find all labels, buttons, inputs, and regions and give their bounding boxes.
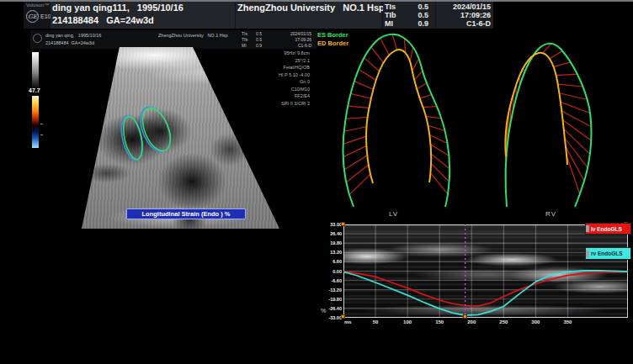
probe-id: C1-6-D: [436, 19, 493, 28]
ti-row: TIs0.5: [240, 31, 263, 37]
colorbar-tick: [40, 135, 43, 135]
ultrasound-workstation-screen: Voluson™ GE E10 ding yan qing111, 1995/1…: [0, 0, 633, 364]
lv-strain-spokes: [343, 34, 449, 195]
exam-datetime: 2024/01/15 17:09:26 C1-6-D: [436, 2, 493, 29]
y-tick-label: -19.80: [320, 297, 342, 302]
mini-ti-indices: TIs0.5TIb0.5MI0.9: [240, 31, 263, 49]
strain-mode-label: Longitudinal Strain (Endo ) %: [126, 208, 246, 219]
y-tick-label: 33.00: [320, 222, 342, 227]
imaging-parameter: HI P 5.10 -4.00: [219, 71, 310, 79]
mini-hospital-name: ZhengZhou University NO.1 Hsp: [158, 32, 228, 39]
exam-time: 17:09:26: [436, 11, 493, 19]
strain-curves-svg: [343, 224, 628, 318]
mini-exam-date: 2024/01/15: [276, 31, 311, 37]
x-tick-label: 300: [527, 319, 544, 324]
mini-exam-time: 17:09:26: [276, 37, 311, 43]
ultrasound-mini-header: ding yan qing, 1995/10/16 214188484 GA=2…: [30, 30, 316, 49]
y-tick-label: 6.60: [320, 259, 342, 264]
imaging-parameter: 25°/2.1: [219, 57, 310, 65]
y-tick-label: 0.00: [320, 269, 342, 274]
x-tick-label: 200: [463, 319, 480, 324]
imaging-parameter: 95Hz/ 9.8cm: [219, 50, 310, 57]
lv-border-diagram: [335, 30, 465, 208]
legend-lv-label: lv EndoGLS: [591, 226, 622, 232]
ti-row: TIb0.5: [383, 11, 435, 19]
y-tick-label: 26.40: [320, 231, 342, 236]
exam-date: 2024/01/15: [436, 3, 493, 11]
hospital-name: ZhengZhou University NO.1 Hsp: [236, 2, 381, 29]
y-tick-label: -33.00: [320, 315, 342, 320]
mini-ge-logo-icon: [33, 34, 42, 43]
patient-info: ding yan qing111, 1995/10/16 214188484 G…: [51, 2, 235, 29]
ti-row: MI0.9: [383, 19, 435, 28]
legend-rv-label: rv EndoGLS: [591, 251, 623, 256]
legend-tab-icon: [586, 225, 589, 232]
x-axis-labels: ms 50100150200250300350: [343, 319, 628, 328]
strain-plot-area[interactable]: [343, 224, 628, 318]
patient-name-dob: ding yan qing111, 1995/10/16: [51, 2, 235, 14]
strain-colormap-bar: [32, 96, 39, 148]
y-tick-label: 19.80: [320, 240, 342, 245]
hospital-text: ZhengZhou University NO.1 Hsp: [236, 2, 381, 14]
legend-lv-endogls[interactable]: lv EndoGLS: [585, 223, 631, 235]
x-axis-unit: ms: [344, 319, 352, 324]
imaging-parameter: Fetal/HQ/OB: [219, 64, 310, 71]
rv-ed-border-path: [505, 53, 567, 165]
rv-strain-spokes: [505, 44, 591, 194]
ti-indices: TIs0.5TIb0.5MI0.9: [383, 2, 435, 29]
roi-handle-top-left[interactable]: [341, 222, 345, 226]
x-tick-label: 250: [495, 319, 512, 324]
rv-border-diagram: [478, 30, 609, 208]
gain-value: 47.7: [29, 87, 40, 93]
imaging-parameters: 95Hz/ 9.8cm25°/2.1Fetal/HQ/OBHI P 5.10 -…: [219, 50, 310, 107]
imaging-parameter: C10/M10: [219, 86, 310, 93]
mini-probe-id: C1-6-D: [276, 43, 311, 49]
lv-es-border-path: [343, 34, 450, 207]
x-tick-label: 100: [399, 319, 416, 324]
roi-handle-bottom-left[interactable]: [341, 314, 345, 319]
imaging-parameter: FF2/E4: [219, 92, 310, 100]
rv-label: RV: [545, 210, 556, 218]
ge-logo-icon: GE: [26, 10, 39, 23]
grayscale-bar: [32, 52, 39, 88]
cursor-handle[interactable]: [463, 314, 467, 319]
header-bar: Voluson™ GE E10 ding yan qing111, 1995/1…: [24, 2, 493, 29]
legend-tab-icon: [586, 251, 589, 257]
ti-row: MI0.9: [240, 43, 263, 49]
x-tick-label: 150: [431, 319, 448, 324]
ti-row: TIb0.5: [240, 37, 263, 43]
curve-lv-EndoGLS: [343, 272, 628, 306]
ti-row: TIs0.5: [383, 3, 435, 11]
lv-label: LV: [389, 210, 398, 218]
y-tick-label: 13.20: [320, 250, 342, 255]
x-tick-label: 50: [367, 319, 384, 324]
imaging-parameter: SRI II 3/CRI 2: [219, 100, 310, 108]
mini-patient-id-ga: 214188484 GA=24w3d: [45, 40, 94, 46]
rv-es-border-path: [505, 44, 591, 207]
ge-monogram: GE: [28, 13, 37, 20]
y-axis-unit: %: [321, 308, 326, 314]
mini-patient-name-dob: ding yan qing, 1995/10/16: [45, 32, 101, 39]
lv-es-contour: [120, 114, 146, 161]
product-name: Voluson™: [26, 3, 49, 8]
imaging-parameter: Gn 0: [219, 78, 310, 86]
mini-exam-datetime: 2024/01/15 17:09:26 C1-6-D: [276, 31, 311, 49]
legend-rv-endogls[interactable]: rv EndoGLS: [585, 247, 631, 260]
model-label: E10: [40, 13, 51, 19]
y-tick-label: -6.60: [320, 278, 342, 283]
colorbar-tick: [40, 124, 43, 124]
brand-block: Voluson™ GE E10: [24, 2, 50, 29]
x-tick-label: 350: [559, 319, 576, 324]
y-tick-label: -13.20: [320, 288, 342, 293]
patient-id-ga: 214188484 GA=24w3d: [51, 14, 235, 27]
